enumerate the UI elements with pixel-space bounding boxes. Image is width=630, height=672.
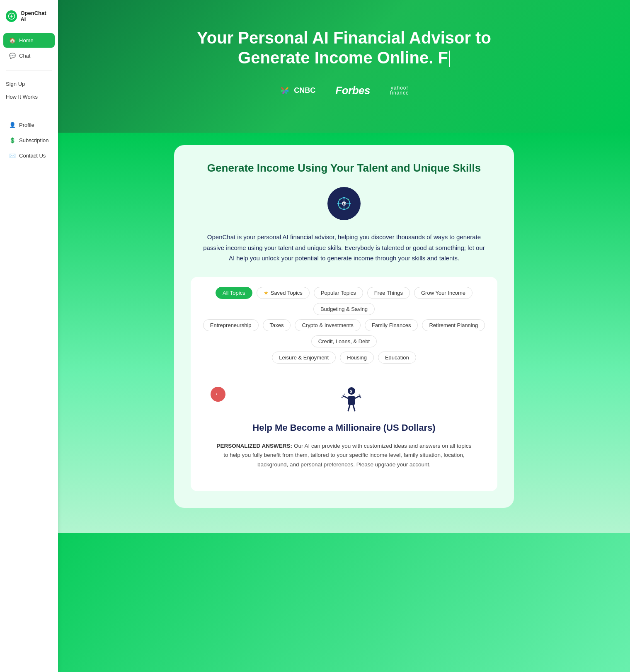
- sidebar-item-contact[interactable]: ✉️ Contact Us: [3, 148, 55, 163]
- app-logo[interactable]: OpenChat AI: [0, 7, 58, 31]
- svg-text:$: $: [350, 389, 352, 394]
- topic-chip-entrepreneurship[interactable]: Entrepreneurship: [203, 319, 259, 331]
- sidebar-item-subscription[interactable]: 💲 Subscription: [3, 133, 55, 148]
- svg-point-16: [348, 207, 349, 209]
- topic-chip-retirement[interactable]: Retirement Planning: [422, 319, 485, 331]
- sidebar-divider-2: [6, 110, 52, 110]
- ai-icon-circle: AI: [327, 187, 361, 220]
- svg-text:✦: ✦: [358, 393, 360, 395]
- ai-icon-wrapper: AI: [191, 187, 497, 220]
- sidebar-item-home[interactable]: 🏠 Home: [3, 33, 55, 48]
- sidebar-item-profile[interactable]: 👤 Profile: [3, 118, 55, 132]
- hero-section: Your Personal AI Financial Advisor to Ge…: [58, 0, 630, 133]
- sidebar-divider-1: [6, 70, 52, 71]
- topic-chip-budgeting[interactable]: Budgeting & Saving: [313, 303, 375, 315]
- main-content: Your Personal AI Financial Advisor to Ge…: [58, 0, 630, 672]
- logo-icon: [6, 10, 17, 22]
- topic-chip-education[interactable]: Education: [378, 352, 416, 364]
- topic-chip-grow[interactable]: Grow Your Income: [414, 287, 472, 299]
- topics-row-2: Entrepreneurship Taxes Crypto & Investme…: [201, 319, 487, 347]
- yahoo-logo: yahoo! finance: [390, 85, 409, 95]
- sidebar-item-how-it-works[interactable]: How It Works: [0, 90, 58, 103]
- millionaire-icon: $ ✦ ✦ ✦ ✦: [339, 387, 364, 416]
- topics-row-3: Leisure & Enjoyment Housing Education: [201, 352, 487, 364]
- svg-line-22: [348, 405, 350, 411]
- card-description: OpenChat is your personal AI financial a…: [203, 232, 485, 264]
- topic-chip-housing[interactable]: Housing: [340, 352, 374, 364]
- content-body-label: PERSONALIZED ANSWERS:: [217, 443, 293, 449]
- dollar-icon: 💲: [9, 137, 16, 143]
- star-icon: ★: [264, 290, 269, 296]
- topic-chip-saved[interactable]: ★ Saved Topics: [257, 287, 310, 299]
- card-section: Generate Income Using Your Talent and Un…: [58, 133, 630, 533]
- content-body: PERSONALIZED ANSWERS: Our AI can provide…: [216, 442, 472, 470]
- person-icon: 👤: [9, 122, 16, 128]
- svg-point-6: [349, 203, 351, 204]
- svg-line-23: [353, 405, 355, 411]
- cnbc-label: CNBC: [294, 86, 315, 95]
- content-area: ← $: [201, 374, 487, 483]
- topic-chip-leisure[interactable]: Leisure & Enjoyment: [272, 352, 336, 364]
- sidebar-subscription-label: Subscription: [19, 137, 49, 143]
- app-name: OpenChat AI: [20, 10, 52, 22]
- card-title: Generate Income Using Your Talent and Un…: [191, 162, 497, 175]
- svg-point-15: [339, 207, 341, 209]
- sidebar-text-nav: Sign Up How It Works: [0, 76, 58, 105]
- ai-icon: AI: [334, 194, 354, 213]
- svg-rect-19: [348, 396, 355, 405]
- svg-point-14: [348, 199, 349, 200]
- sidebar: OpenChat AI 🏠 Home 💬 Chat Sign Up How It…: [0, 0, 58, 672]
- svg-text:AI: AI: [342, 202, 346, 206]
- hero-title: Your Personal AI Financial Advisor to Ge…: [182, 28, 506, 68]
- svg-point-5: [337, 203, 339, 204]
- sidebar-home-label: Home: [19, 37, 34, 44]
- svg-point-7: [343, 197, 345, 199]
- topics-row-1: All Topics ★ Saved Topics Popular Topics…: [201, 287, 487, 315]
- topics-filter: All Topics ★ Saved Topics Popular Topics…: [191, 277, 497, 492]
- sidebar-item-chat[interactable]: 💬 Chat: [3, 49, 55, 63]
- sidebar-contact-label: Contact Us: [19, 153, 46, 159]
- content-heading: Help Me Become a Millionaire (US Dollars…: [211, 422, 477, 433]
- topic-chip-free[interactable]: Free Things: [367, 287, 410, 299]
- topic-chip-all[interactable]: All Topics: [216, 287, 252, 299]
- topic-chip-family[interactable]: Family Finances: [365, 319, 418, 331]
- chat-icon: 💬: [9, 53, 16, 59]
- sidebar-bottom-nav: 👤 Profile 💲 Subscription ✉️ Contact Us: [0, 115, 58, 165]
- back-button[interactable]: ←: [211, 387, 225, 402]
- sidebar-item-signup[interactable]: Sign Up: [0, 78, 58, 90]
- millionaire-figure: $ ✦ ✦ ✦ ✦: [225, 387, 477, 416]
- sidebar-profile-label: Profile: [19, 122, 34, 128]
- svg-text:✦: ✦: [343, 393, 345, 395]
- sidebar-main-nav: 🏠 Home 💬 Chat: [0, 31, 58, 66]
- forbes-logo: Forbes: [335, 84, 370, 97]
- topic-chip-popular[interactable]: Popular Topics: [314, 287, 363, 299]
- svg-text:✦: ✦: [341, 395, 344, 399]
- cursor: [449, 51, 450, 67]
- mail-icon: ✉️: [9, 153, 16, 159]
- svg-line-20: [343, 396, 348, 398]
- home-icon: 🏠: [9, 37, 16, 44]
- svg-point-13: [339, 199, 341, 200]
- svg-point-8: [343, 209, 345, 210]
- topic-chip-taxes[interactable]: Taxes: [263, 319, 291, 331]
- hero-logos: CNBC Forbes yahoo! finance: [279, 84, 409, 97]
- topic-chip-credit[interactable]: Credit, Loans, & Debt: [311, 335, 377, 347]
- sidebar-chat-label: Chat: [19, 53, 30, 59]
- cnbc-logo: CNBC: [279, 86, 315, 95]
- main-card: Generate Income Using Your Talent and Un…: [174, 145, 514, 508]
- svg-text:✦: ✦: [359, 395, 362, 399]
- topic-chip-crypto[interactable]: Crypto & Investments: [295, 319, 360, 331]
